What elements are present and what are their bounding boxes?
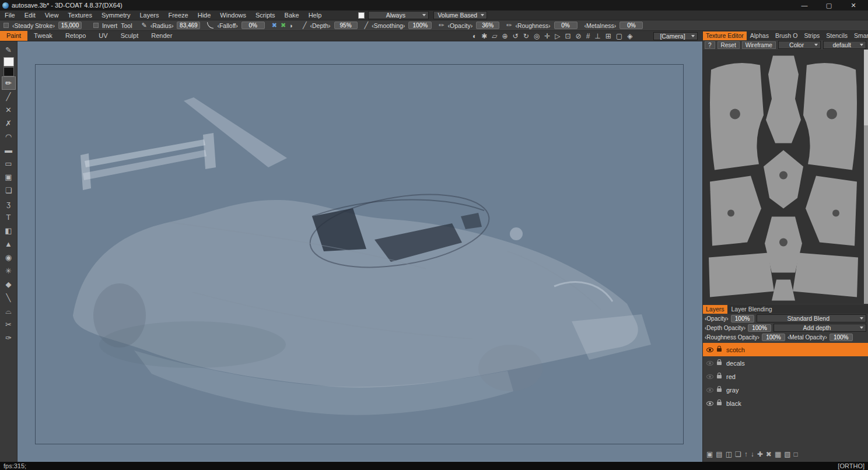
close-button[interactable]: ✕ [848,2,859,9]
menu-item[interactable]: File [0,10,20,20]
viewport-icon[interactable]: ▢ [616,31,622,41]
depth-opacity-label[interactable]: ‹Depth Opacity› [705,325,746,331]
menu-item[interactable]: Help [304,10,327,20]
menu-item[interactable]: Symmetry [97,10,135,20]
maximize-button[interactable]: ▢ [824,2,834,9]
layer-opacity-label[interactable]: ‹Opacity› [705,315,729,322]
metal-opacity-value[interactable]: 100% [830,334,853,341]
menu-item[interactable]: Windows [215,10,251,20]
right-panel-tab[interactable]: Smart M [851,31,868,40]
tool-icon[interactable]: ⌓ [2,304,16,318]
tool-icon[interactable]: ʒ [2,197,16,211]
viewport-canvas[interactable] [18,41,702,462]
layer-opacity-value[interactable]: 100% [731,315,754,322]
right-panel-tab[interactable]: Alphas [747,31,772,40]
viewport-icon[interactable]: ✛ [544,31,550,41]
layer-action-icon[interactable]: ▧ [784,450,790,458]
mode-tab[interactable]: Retopo [59,31,92,41]
layer-row[interactable]: scotch [703,343,868,356]
eye-icon[interactable] [706,374,713,379]
lock-icon[interactable] [717,348,722,352]
mode-tab[interactable]: UV [92,31,114,41]
opacity-value[interactable]: 36% [476,22,499,29]
metalness-label[interactable]: ‹Metalness› [584,22,617,29]
viewport-icon[interactable]: ▱ [492,31,497,41]
smoothing-label[interactable]: ‹Smoothing› [372,22,405,29]
lock-icon[interactable] [717,375,722,378]
viewport-icon[interactable]: ◎ [534,31,540,41]
preset-dropdown[interactable]: default [823,41,866,49]
tool-icon[interactable]: ▣ [2,170,16,184]
lock-icon[interactable] [717,362,722,365]
eye-icon[interactable] [706,348,713,352]
viewport-icon[interactable]: ⊘ [576,31,582,41]
tool-icon[interactable]: ✂ [2,318,16,331]
depth-opacity-value[interactable]: 100% [748,324,771,332]
viewport-icon[interactable]: ▷ [555,31,560,41]
stroke-mode-icon[interactable]: ✖ [272,22,277,29]
falloff-label[interactable]: ‹Falloff› [217,22,237,29]
lock-icon[interactable] [717,402,722,405]
eye-icon[interactable] [706,401,713,406]
eye-icon[interactable] [706,388,713,392]
viewport-icon[interactable]: ◐ [473,31,477,41]
menu-item[interactable]: Textures [63,10,97,20]
steady-stroke-value[interactable]: 15,000 [58,22,82,29]
tool-icon[interactable]: ▲ [2,237,16,251]
minimize-button[interactable]: — [799,2,810,9]
roughness-opacity-value[interactable]: 100% [762,334,785,341]
layer-action-icon[interactable]: ▦ [775,450,781,458]
reset-button[interactable]: Reset [718,41,740,49]
layer-action-icon[interactable]: ↑ [744,450,748,458]
layer-action-icon[interactable]: ❏ [735,450,741,458]
invert-checkbox[interactable] [93,23,99,28]
radius-label[interactable]: ‹Radius› [150,22,174,29]
viewport-icon[interactable]: ◈ [627,31,632,41]
tool-icon[interactable]: ✗ [2,117,16,130]
layers-panel-tab[interactable]: Layers [703,305,727,314]
metal-opacity-label[interactable]: ‹Metal Opacity› [788,334,827,341]
tool-icon[interactable]: ◠ [2,130,16,143]
layer-action-icon[interactable]: ◫ [726,450,732,458]
tool-icon[interactable]: T [2,211,16,224]
steady-stroke-checkbox[interactable] [4,23,9,28]
layer-row[interactable]: gray [703,383,868,397]
layer-row[interactable]: black [703,397,868,410]
blend-mode-dropdown[interactable]: Standard Blend [757,314,866,322]
viewport-icon[interactable]: # [586,31,590,41]
texture-scrollbar[interactable] [864,50,868,304]
viewport-icon[interactable]: ⊕ [502,31,508,41]
tool-icon[interactable]: ╱ [2,90,16,103]
tool-icon[interactable]: ▭ [2,157,16,170]
radius-value[interactable]: 83,469 [177,22,200,29]
depth-value[interactable]: 95% [334,22,358,29]
channel-dropdown[interactable]: Color [778,41,821,49]
mode-tab[interactable]: Paint [0,31,27,41]
always-dropdown[interactable]: Always [368,11,429,19]
layer-action-icon[interactable]: ▤ [716,450,722,458]
wireframe-button[interactable]: Wireframe [742,41,776,49]
menu-item[interactable]: Freeze [163,10,192,20]
viewport-icon[interactable]: ⊥ [594,31,600,41]
metalness-value[interactable]: 0% [620,22,643,29]
menu-item[interactable]: Scripts [251,10,280,20]
roughness-label[interactable]: ‹Roughness› [515,22,550,29]
lock-icon[interactable] [717,388,722,392]
falloff-curve-icon[interactable] [207,22,214,29]
layer-action-icon[interactable]: ↓ [751,450,754,458]
roughness-opacity-label[interactable]: ‹Roughness Opacity› [705,334,760,341]
mode-tab[interactable]: Sculpt [114,31,145,41]
tool-icon[interactable]: ▬ [2,143,16,157]
smoothing-value[interactable]: 100% [408,22,432,29]
half-dot-icon[interactable]: ◗ [289,22,293,29]
opacity-label[interactable]: ‹Opacity› [448,22,473,29]
tool-icon[interactable]: ◉ [2,251,16,264]
camera-dropdown[interactable]: [Camera] [653,32,698,40]
tool-icon[interactable]: ╲ [2,291,16,304]
tool-icon[interactable]: ✕ [2,103,16,117]
layer-action-icon[interactable]: ▣ [706,450,713,458]
menu-item[interactable]: View [40,10,64,20]
help-button[interactable]: ? [705,41,715,49]
viewport-icon[interactable]: ⊡ [565,31,571,41]
uv-texture-view[interactable] [703,50,868,304]
